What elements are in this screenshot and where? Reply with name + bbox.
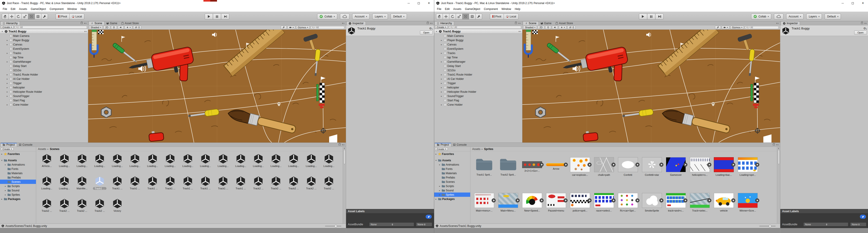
menu-assets[interactable]: Assets xyxy=(452,6,463,12)
slider-knob[interactable] xyxy=(335,225,337,227)
project-create-button[interactable]: Create▾ xyxy=(1,147,13,151)
rotate-tool-button[interactable] xyxy=(449,13,456,20)
gizmos-dropdown[interactable]: Gizmos▾ xyxy=(730,26,744,29)
project-tree-sound[interactable]: ▸Sound xyxy=(434,188,470,193)
asset-item-scene[interactable]: Track1 ... xyxy=(214,175,232,197)
hierarchy-item-ai-car-holder[interactable]: ▸AI Car Holder xyxy=(0,77,88,81)
expand-sprite-icon[interactable] xyxy=(563,198,567,202)
restore-button[interactable] xyxy=(848,0,858,6)
asset-item-scene[interactable]: Loading... xyxy=(197,152,214,175)
menu-edit[interactable]: Edit xyxy=(443,6,452,12)
asset-item-scene[interactable]: MainMe... xyxy=(73,175,91,197)
chevron-right-icon[interactable]: ▸ xyxy=(440,43,443,46)
scroll-up-icon[interactable]: ▲ xyxy=(778,147,779,149)
account-dropdown[interactable]: Account▾ xyxy=(786,13,804,20)
asset-item-sprite[interactable]: Loading+spri... xyxy=(736,152,760,188)
asset-item-scene[interactable]: Victory xyxy=(108,197,126,220)
hierarchy-create-button[interactable]: Create▾ xyxy=(1,26,13,29)
asset-item-sprite[interactable]: police+sprit... xyxy=(568,188,592,224)
tab-inspector[interactable]: iInspector xyxy=(781,21,800,25)
asset-item-scene[interactable]: Loading... xyxy=(144,152,161,175)
shading-mode-dropdown[interactable]: Shaded▾ xyxy=(523,26,537,29)
panel-menu-icon[interactable]: ▾≡ xyxy=(430,22,433,24)
shading-mode-dropdown[interactable]: Shaded▾ xyxy=(89,26,103,29)
asset-item-sprite[interactable]: Paused+menu xyxy=(544,188,568,224)
asset-item-scene[interactable]: Loading... xyxy=(73,152,91,175)
menu-help[interactable]: Help xyxy=(513,6,522,12)
asset-item-scene[interactable]: AIVicto... xyxy=(38,152,56,175)
hierarchy-item-helicopter-route-holder[interactable]: ▸Helicopter Route Holder xyxy=(434,90,522,94)
hierarchy-item-tracks[interactable]: ▸Tracks xyxy=(0,51,88,55)
menu-file[interactable]: File xyxy=(1,6,9,12)
hierarchy-search-input[interactable] xyxy=(454,26,520,29)
asset-item-sprite[interactable]: Winner+Scre... xyxy=(736,188,760,224)
tab-project[interactable]: Project xyxy=(0,143,17,147)
tab-hierarchy[interactable]: Hierarchy xyxy=(435,21,454,25)
chevron-icon[interactable]: ▾ xyxy=(435,159,437,162)
scene-search-input[interactable] xyxy=(316,26,343,29)
asset-item-scene[interactable]: Track1 ... xyxy=(232,175,250,197)
scene-viewport[interactable] xyxy=(88,30,346,143)
2d-toggle[interactable]: 2D xyxy=(538,26,544,29)
chevron-right-icon[interactable]: ▸ xyxy=(6,61,8,63)
lock-icon[interactable] xyxy=(861,22,863,24)
lock-icon[interactable] xyxy=(427,22,429,24)
menu-gameobject[interactable]: GameObject xyxy=(463,6,482,12)
asset-item-scene[interactable]: Loading... xyxy=(126,152,144,175)
project-tree-animations[interactable]: ▸Animations xyxy=(434,163,470,167)
assetbundle-select[interactable]: None xyxy=(803,222,848,227)
step-button[interactable] xyxy=(221,13,229,20)
2d-toggle[interactable]: 2D xyxy=(103,26,110,29)
hierarchy-item-lap-time[interactable]: lap Time xyxy=(434,55,522,59)
asset-item-sprite[interactable]: helicopter+s... xyxy=(688,152,712,188)
asset-item-scene[interactable]: Track2 ... xyxy=(38,197,56,220)
editor-tools-button[interactable] xyxy=(715,26,721,29)
chevron-icon[interactable]: ▸ xyxy=(438,185,441,187)
asset-item-sprite[interactable]: Gameover xyxy=(664,152,688,188)
project-tree-scenes[interactable]: Scenes xyxy=(434,180,470,184)
hierarchy-item-321go[interactable]: 321Go xyxy=(434,68,522,72)
panel-menu-icon[interactable]: ▾≡ xyxy=(84,22,87,24)
hierarchy-item-eventsystem[interactable]: EventSystem xyxy=(434,47,522,51)
hierarchy-item-soundtrigger[interactable]: ▸SoundTrigger xyxy=(434,94,522,98)
minimize-button[interactable] xyxy=(403,0,414,6)
panel-menu-icon[interactable]: ▾≡ xyxy=(518,22,521,24)
project-tree-prefabs[interactable]: Prefabs xyxy=(434,175,470,180)
scene-audio-toggle[interactable] xyxy=(552,26,558,29)
cloud-button[interactable] xyxy=(340,13,349,20)
chevron-right-icon[interactable]: ▸ xyxy=(440,61,443,63)
asset-item-sprite[interactable]: SmokeSprite xyxy=(640,188,664,224)
asset-item-sprite[interactable]: Main+Menu... xyxy=(496,188,520,224)
chevron-icon[interactable]: ▸ xyxy=(0,153,3,155)
asset-item-scene[interactable]: Loading... xyxy=(250,152,267,175)
hidden-objects-toggle[interactable]: 0 xyxy=(567,26,576,29)
tag-icon[interactable] xyxy=(860,215,866,219)
asset-item-sprite[interactable]: 3+2+1+Go+... xyxy=(520,152,544,188)
chevron-right-icon[interactable]: ▸ xyxy=(6,86,8,89)
tag-icon[interactable] xyxy=(426,215,432,219)
editor-tools-button[interactable] xyxy=(281,26,287,29)
project-tree-packages[interactable]: ▸Packages xyxy=(0,197,36,201)
chevron-right-icon[interactable]: ▸ xyxy=(6,39,8,41)
tab-console[interactable]: Console xyxy=(17,143,34,147)
hierarchy-item-cone-holder[interactable]: ▸Cone Holder xyxy=(434,103,522,107)
menu-window[interactable]: Window xyxy=(65,6,79,12)
scale-tool-button[interactable] xyxy=(22,13,28,20)
chevron-icon[interactable]: ▸ xyxy=(438,190,441,192)
hierarchy-scene-root[interactable]: ▾ Track1 Buggy ▾≡ xyxy=(434,29,522,34)
hierarchy-item-cone-holder[interactable]: ▸Cone Holder xyxy=(0,103,88,107)
hierarchy-item-canvas[interactable]: ▸Canvas xyxy=(0,42,88,47)
asset-item-sprite[interactable]: Track1 Sprit... xyxy=(472,152,496,188)
asset-item-scene[interactable]: Loading... xyxy=(91,152,108,175)
hierarchy-item-ai-car-holder[interactable]: ▸AI Car Holder xyxy=(434,77,522,81)
hierarchy-item-start-flag[interactable]: Start Flag xyxy=(434,98,522,103)
asset-item-sprite[interactable]: Rc+car+Spri... xyxy=(616,188,640,224)
hierarchy-item-helicopter[interactable]: ▸helicopter xyxy=(0,85,88,90)
expand-sprite-icon[interactable] xyxy=(707,163,711,167)
asset-item-sprite[interactable]: Confetti+star xyxy=(640,152,664,188)
expand-sprite-icon[interactable] xyxy=(755,163,759,167)
project-tree-animations[interactable]: ▸Animations xyxy=(0,163,36,167)
custom-tool-button[interactable] xyxy=(475,13,482,20)
close-button[interactable]: × xyxy=(858,0,868,6)
project-tree-favorites[interactable]: ▸Favorites xyxy=(0,152,36,156)
